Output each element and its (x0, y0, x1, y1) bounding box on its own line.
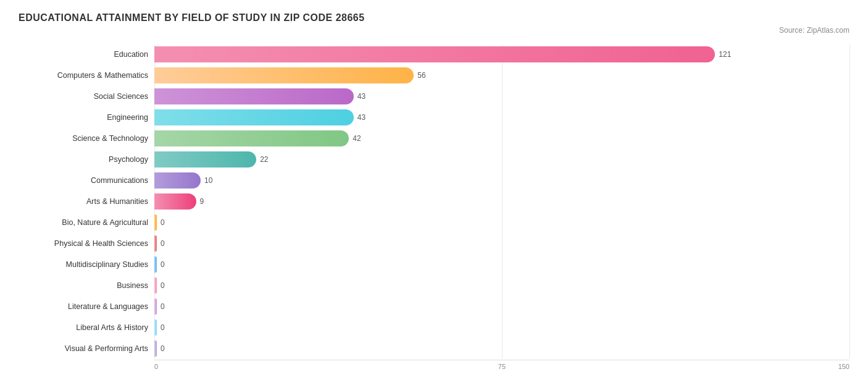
bar-value-label: 22 (260, 155, 268, 164)
bar-container: 0 (154, 255, 849, 274)
bar-label: Education (19, 50, 154, 59)
bar-row: Psychology22 (19, 150, 849, 169)
bar-value-label: 0 (161, 323, 165, 332)
bar-label: Visual & Performing Arts (19, 344, 154, 353)
bar-fill (154, 172, 201, 189)
source-label: Source: ZipAtlas.com (19, 26, 849, 35)
bar-value-label: 0 (161, 281, 165, 290)
bar-label: Arts & Humanities (19, 197, 154, 206)
bar-value-label: 9 (200, 197, 204, 206)
bar-label: Literature & Languages (19, 302, 154, 311)
bar-row: Literature & Languages0 (19, 297, 849, 316)
bar-label: Science & Technology (19, 134, 154, 143)
bar-label: Computers & Mathematics (19, 71, 154, 80)
bar-value-label: 0 (161, 218, 165, 227)
bar-fill (154, 235, 157, 252)
bar-row: Visual & Performing Arts0 (19, 339, 849, 358)
bar-fill (154, 109, 354, 125)
bar-row: Bio, Nature & Agricultural0 (19, 213, 849, 232)
bar-container: 121 (154, 45, 849, 64)
bar-fill (154, 130, 349, 146)
bar-container: 0 (154, 297, 849, 316)
bar-container: 56 (154, 66, 849, 85)
bar-label: Multidisciplinary Studies (19, 260, 154, 269)
bar-value-label: 43 (357, 92, 365, 101)
bar-row: Business0 (19, 276, 849, 295)
x-axis: 0 75 150 (154, 360, 849, 370)
bar-fill (154, 256, 157, 273)
bar-fill (154, 46, 715, 62)
bar-fill (154, 341, 157, 357)
bar-label: Physical & Health Sciences (19, 239, 154, 248)
bar-label: Bio, Nature & Agricultural (19, 218, 154, 227)
bar-row: Science & Technology42 (19, 129, 849, 148)
bar-label: Engineering (19, 113, 154, 122)
bar-container: 43 (154, 108, 849, 127)
bar-row: Engineering43 (19, 108, 849, 127)
bar-label: Communications (19, 176, 154, 185)
x-label-150: 150 (618, 363, 849, 370)
bar-fill (154, 214, 157, 231)
bar-value-label: 10 (204, 176, 212, 185)
bar-container: 0 (154, 276, 849, 295)
bar-fill (154, 299, 157, 315)
bar-fill (154, 193, 196, 210)
bar-container: 9 (154, 192, 849, 211)
bar-row: Arts & Humanities9 (19, 192, 849, 211)
bar-value-label: 56 (417, 71, 425, 80)
x-label-75: 75 (386, 363, 617, 370)
bar-fill (154, 278, 157, 294)
bar-value-label: 42 (353, 134, 361, 143)
bar-label: Psychology (19, 155, 154, 164)
bar-label: Social Sciences (19, 92, 154, 101)
bar-label: Liberal Arts & History (19, 323, 154, 332)
chart-body: Education121Computers & Mathematics56Soc… (19, 45, 849, 358)
bar-value-label: 0 (161, 260, 165, 269)
bar-row: Multidisciplinary Studies0 (19, 255, 849, 274)
bar-row: Liberal Arts & History0 (19, 318, 849, 337)
bar-row: Physical & Health Sciences0 (19, 234, 849, 253)
bar-row: Communications10 (19, 171, 849, 190)
bar-container: 22 (154, 150, 849, 169)
bar-value-label: 0 (161, 239, 165, 248)
bars-container: Education121Computers & Mathematics56Soc… (19, 45, 849, 358)
bar-fill (154, 151, 256, 167)
bar-container: 0 (154, 318, 849, 337)
chart-title: EDUCATIONAL ATTAINMENT BY FIELD OF STUDY… (19, 12, 849, 23)
bar-row: Social Sciences43 (19, 87, 849, 106)
bar-label: Business (19, 281, 154, 290)
bar-row: Computers & Mathematics56 (19, 66, 849, 85)
bar-value-label: 0 (161, 344, 165, 353)
x-label-0: 0 (154, 363, 386, 370)
bar-container: 0 (154, 234, 849, 253)
bar-container: 42 (154, 129, 849, 148)
bar-value-label: 121 (719, 50, 731, 59)
bar-fill (154, 88, 354, 104)
bar-fill (154, 67, 414, 83)
bar-container: 43 (154, 87, 849, 106)
bar-row: Education121 (19, 45, 849, 64)
bar-value-label: 0 (161, 302, 165, 311)
bar-fill (154, 320, 157, 336)
bar-container: 0 (154, 339, 849, 358)
bar-container: 10 (154, 171, 849, 190)
bar-value-label: 43 (357, 113, 365, 122)
bar-container: 0 (154, 213, 849, 232)
